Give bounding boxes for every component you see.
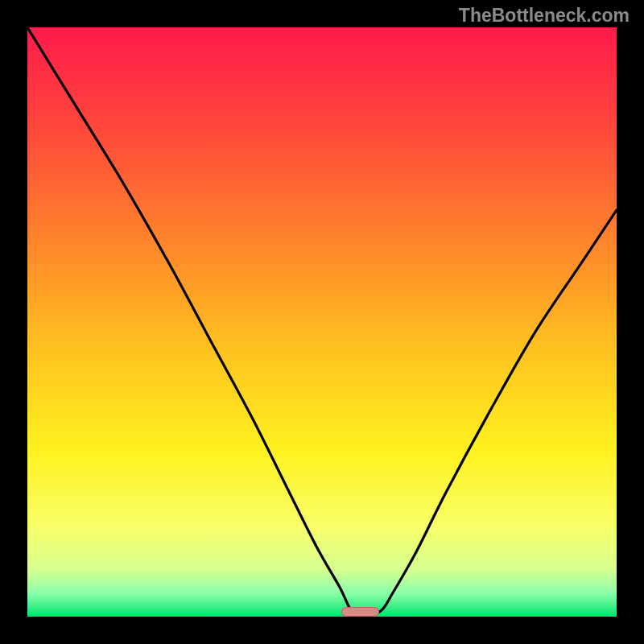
bottleneck-curve [27,27,617,617]
curve-path [27,27,617,617]
plot-area [27,27,617,617]
optimum-marker [341,607,380,617]
watermark-text: TheBottleneck.com [459,5,630,27]
